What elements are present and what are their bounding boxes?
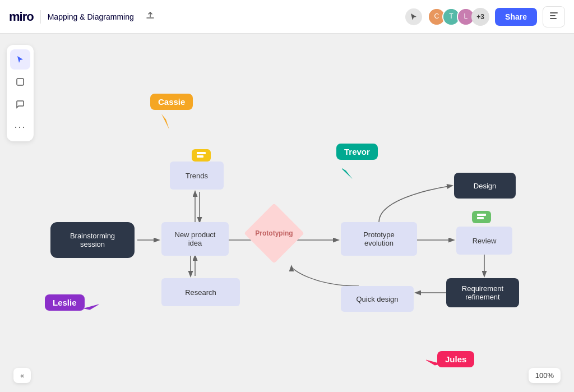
leslie-label: Leslie xyxy=(45,294,85,311)
cassie-cursor: Cassie xyxy=(150,94,193,110)
quick-design-node[interactable]: Quick design xyxy=(341,286,414,312)
topbar-divider xyxy=(40,10,41,24)
upload-button[interactable] xyxy=(141,8,160,25)
leslie-cursor: Leslie xyxy=(45,294,85,311)
prototyping-node[interactable] xyxy=(244,203,304,263)
research-node[interactable]: Research xyxy=(161,278,240,306)
brainstorming-node[interactable]: Brainstorming session xyxy=(50,222,135,258)
jules-label: Jules xyxy=(437,351,474,367)
collapse-panel-button[interactable]: « xyxy=(13,368,31,383)
svg-rect-3 xyxy=(17,79,24,85)
cassie-label: Cassie xyxy=(150,94,193,110)
topbar: miro Mapping & Diagramming +3 Share xyxy=(0,0,574,34)
svg-rect-16 xyxy=(197,155,203,158)
comment-icon-trends[interactable] xyxy=(192,149,211,162)
svg-marker-21 xyxy=(84,299,99,313)
trevor-cursor: Trevor xyxy=(336,144,378,160)
left-sidebar: ··· xyxy=(7,45,34,141)
comment-tool-button[interactable] xyxy=(10,94,30,114)
svg-marker-20 xyxy=(342,164,353,181)
avatar-extra-count: +3 xyxy=(471,8,489,26)
trends-node[interactable]: Trends xyxy=(170,162,224,190)
topbar-right: +3 Share xyxy=(405,6,565,27)
svg-rect-0 xyxy=(550,12,558,13)
prototype-evolution-node[interactable]: Prototype evolution xyxy=(341,222,417,256)
sticky-note-tool-button[interactable] xyxy=(10,72,30,92)
svg-rect-17 xyxy=(477,214,486,216)
svg-rect-1 xyxy=(550,15,556,16)
zoom-level[interactable]: 100% xyxy=(529,368,561,383)
review-node[interactable]: Review xyxy=(456,227,512,255)
new-product-idea-node[interactable]: New product idea xyxy=(161,222,229,256)
svg-rect-2 xyxy=(550,18,557,19)
comment-icon-review[interactable] xyxy=(472,211,491,223)
outline-button[interactable] xyxy=(543,6,565,27)
svg-marker-19 xyxy=(161,114,169,130)
share-button[interactable]: Share xyxy=(495,8,537,26)
cursor-icon xyxy=(405,8,422,25)
canvas[interactable]: Brainstorming session New product idea T… xyxy=(0,34,574,392)
svg-marker-22 xyxy=(426,354,441,369)
requirement-refinement-node[interactable]: Requirement refinement xyxy=(446,278,519,307)
more-tools-button[interactable]: ··· xyxy=(10,117,30,137)
jules-cursor: Jules xyxy=(437,351,474,367)
svg-rect-18 xyxy=(477,217,484,219)
board-title[interactable]: Mapping & Diagramming xyxy=(48,12,134,21)
design-node[interactable]: Design xyxy=(454,173,516,199)
trevor-label: Trevor xyxy=(336,144,378,160)
svg-rect-15 xyxy=(197,152,206,154)
miro-logo: miro xyxy=(9,10,34,24)
avatars-group: +3 xyxy=(428,8,489,26)
select-tool-button[interactable] xyxy=(10,49,30,70)
